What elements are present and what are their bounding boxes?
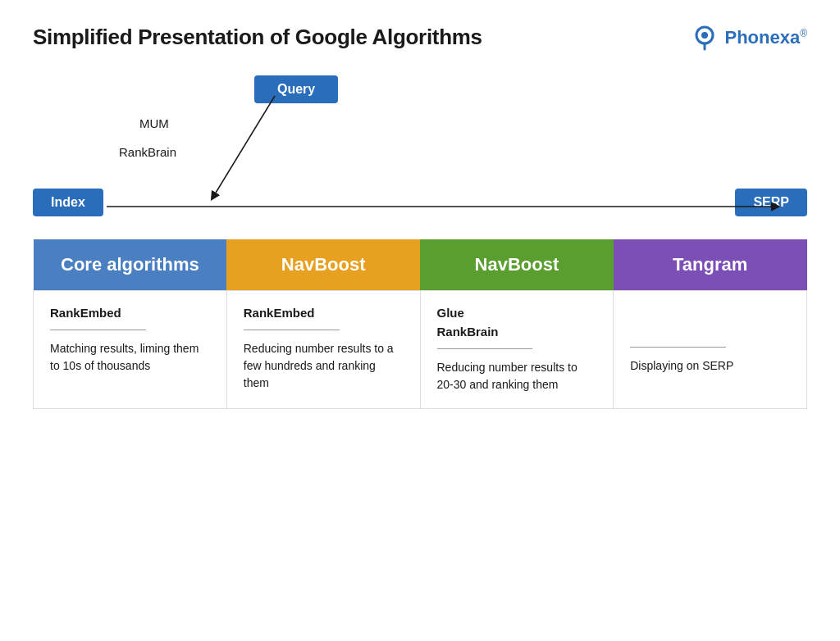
algorithms-table: Core algorithms NavBoost NavBoost Tangra… xyxy=(33,239,807,409)
header-navboost-1: NavBoost xyxy=(226,239,420,291)
cell-tangram: Displaying on SERP xyxy=(614,291,807,409)
table-header-row: Core algorithms NavBoost NavBoost Tangra… xyxy=(34,239,807,291)
navboost2-description: Reducing number results to 20-30 and ran… xyxy=(437,359,597,393)
header: Simplified Presentation of Google Algori… xyxy=(33,25,807,51)
phonexa-logo-icon xyxy=(692,25,718,51)
cell-divider xyxy=(50,330,146,330)
core-item-rankembed: RankEmbed xyxy=(50,306,210,320)
svg-line-3 xyxy=(213,96,275,197)
table-row: RankEmbed Matching results, liming them … xyxy=(34,291,807,409)
header-tangram: Tangram xyxy=(614,239,807,291)
navboost1-item-rankembed: RankEmbed xyxy=(244,306,404,320)
cell-navboost2: Glue RankBrain Reducing number results t… xyxy=(420,291,614,409)
cell-divider xyxy=(244,330,340,330)
mum-label: MUM xyxy=(139,116,169,130)
header-core-algorithms: Core algorithms xyxy=(34,239,227,291)
index-to-serp-arrow xyxy=(107,194,788,219)
navboost1-description: Reducing number results to a few hundred… xyxy=(244,340,404,392)
navboost2-item-rankbrain: RankBrain xyxy=(437,325,597,339)
page-container: Simplified Presentation of Google Algori… xyxy=(0,0,840,641)
index-box: Index xyxy=(33,189,103,216)
cell-core-algorithms: RankEmbed Matching results, liming them … xyxy=(34,291,227,409)
logo: Phonexa® xyxy=(692,25,807,51)
navboost2-item-glue: Glue xyxy=(437,306,597,320)
logo-text: Phonexa® xyxy=(724,27,807,48)
cell-divider xyxy=(437,348,533,349)
header-navboost-2: NavBoost xyxy=(420,239,614,291)
diagram-area: Query MUM RankBrain Index SERP xyxy=(33,67,807,231)
rankbrain-label: RankBrain xyxy=(119,145,176,159)
cell-divider xyxy=(630,347,726,348)
core-description: Matching results, liming them to 10s of … xyxy=(50,340,210,375)
page-title: Simplified Presentation of Google Algori… xyxy=(33,25,482,50)
svg-point-1 xyxy=(701,32,708,39)
query-to-index-arrow xyxy=(197,92,295,207)
tangram-description: Displaying on SERP xyxy=(630,357,790,375)
cell-navboost1: RankEmbed Reducing number results to a f… xyxy=(226,291,420,409)
